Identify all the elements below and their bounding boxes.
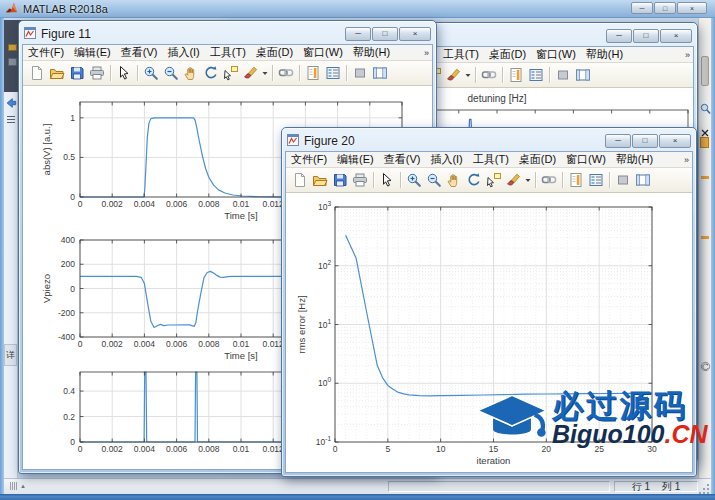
statusbar-grabber[interactable]: ▲ (10, 482, 26, 490)
menu-item-0[interactable]: 文件(F) (23, 45, 69, 60)
new-document-icon[interactable] (290, 170, 310, 190)
minimize-button[interactable]: ─ (345, 27, 371, 41)
rotate-3d-icon[interactable] (201, 63, 221, 83)
warning-tick-icon[interactable] (701, 236, 709, 239)
close-button[interactable]: × (659, 134, 691, 148)
menu-item-4[interactable]: 工具(T) (468, 152, 514, 167)
menu-item-4[interactable]: 工具(T) (205, 45, 251, 60)
insert-legend-icon[interactable] (586, 170, 606, 190)
toolbar-separator (562, 172, 563, 188)
zoom-out-icon[interactable] (424, 170, 444, 190)
print-icon[interactable] (87, 63, 107, 83)
back-arrow-icon[interactable] (5, 95, 17, 113)
minimize-button[interactable]: ─ (605, 134, 631, 148)
brush-icon[interactable] (444, 65, 464, 85)
menu-item-7[interactable]: 帮助(H) (611, 152, 658, 167)
save-icon[interactable] (330, 170, 350, 190)
menu-item-5[interactable]: 桌面(D) (514, 152, 561, 167)
close-button[interactable]: × (677, 2, 707, 14)
main-titlebar[interactable]: MATLAB R2018a ─□× (0, 0, 715, 18)
minimize-button[interactable]: ─ (631, 2, 653, 14)
zoom-in-icon[interactable] (141, 63, 161, 83)
close-button[interactable]: × (399, 27, 431, 41)
maximize-button[interactable]: □ (632, 134, 658, 148)
data-cursor-icon[interactable] (221, 63, 241, 83)
plot-tools-hide-icon[interactable] (350, 63, 370, 83)
menu-item-7[interactable]: 帮助(H) (348, 45, 395, 60)
brush-icon[interactable] (241, 63, 261, 83)
close-button[interactable]: × (660, 29, 692, 43)
menu-item-6[interactable]: 窗口(W) (561, 152, 611, 167)
plot-tools-hide-icon[interactable] (553, 65, 573, 85)
menu-item-5[interactable]: 桌面(D) (251, 45, 298, 60)
data-cursor-icon[interactable] (484, 170, 504, 190)
link-plots-icon[interactable] (479, 65, 499, 85)
svg-text:Time [s]: Time [s] (224, 210, 257, 221)
insert-colorbar-icon[interactable] (303, 63, 323, 83)
print-icon[interactable] (350, 170, 370, 190)
figure-icon (24, 25, 36, 43)
menu-item-7[interactable]: 帮助(H) (581, 47, 628, 62)
new-document-icon[interactable] (27, 63, 47, 83)
plot-tools-show-icon[interactable] (633, 170, 653, 190)
menu-item-2[interactable]: 查看(V) (116, 45, 163, 60)
toolbar-separator (272, 65, 273, 81)
insert-colorbar-icon[interactable] (566, 170, 586, 190)
edit-plot-cursor-icon[interactable] (114, 63, 134, 83)
menu-item-1[interactable]: 编辑(E) (332, 152, 379, 167)
maximize-button[interactable]: □ (633, 29, 659, 43)
rotate-3d-icon[interactable] (464, 170, 484, 190)
menu-overflow-icon[interactable]: » (684, 155, 689, 165)
plot-tools-show-icon[interactable] (370, 63, 390, 83)
plot-tools-hide-icon[interactable] (613, 170, 633, 190)
svg-text:0.008: 0.008 (198, 444, 220, 454)
zoom-out-icon[interactable] (161, 63, 181, 83)
menu-item-0[interactable]: 文件(F) (286, 152, 332, 167)
maximize-button[interactable]: □ (654, 2, 676, 14)
collapsed-panel-tab[interactable]: 详 (4, 344, 17, 366)
brush-caret-icon[interactable] (261, 63, 269, 83)
insert-colorbar-icon[interactable] (506, 65, 526, 85)
svg-text:0.002: 0.002 (102, 339, 124, 349)
svg-text:Time [s]: Time [s] (224, 350, 257, 361)
figure11-window-controls: ─□× (344, 27, 431, 41)
svg-text:0: 0 (70, 437, 75, 447)
insert-legend-icon[interactable] (526, 65, 546, 85)
insert-legend-icon[interactable] (323, 63, 343, 83)
maximize-button[interactable]: □ (372, 27, 398, 41)
pan-icon[interactable] (181, 63, 201, 83)
menu-item-4[interactable]: 工具(T) (438, 47, 484, 62)
watermark-logo: 必过源码 Biguo100.CN (476, 391, 708, 457)
menu-item-3[interactable]: 插入(I) (425, 152, 467, 167)
menu-overflow-icon[interactable]: » (424, 48, 429, 58)
save-icon[interactable] (67, 63, 87, 83)
plot-tools-show-icon[interactable] (573, 65, 593, 85)
scrollbar-thumb[interactable] (701, 56, 709, 86)
pan-icon[interactable] (444, 170, 464, 190)
link-plots-icon[interactable] (539, 170, 559, 190)
menu-overflow-icon[interactable]: » (685, 50, 690, 60)
menu-item-1[interactable]: 编辑(E) (69, 45, 116, 60)
brush-caret-icon[interactable] (464, 65, 472, 85)
warning-marker-icon[interactable] (700, 137, 709, 148)
menu-item-5[interactable]: 桌面(D) (484, 47, 531, 62)
resize-grip[interactable] (698, 481, 710, 499)
figure11-titlebar[interactable]: Figure 11 ─□× (22, 24, 433, 44)
brush-caret-icon[interactable] (524, 170, 532, 190)
list-icon[interactable] (7, 114, 15, 125)
warning-tick-icon[interactable] (701, 176, 709, 179)
refresh-icon[interactable] (700, 358, 711, 376)
zoom-in-icon[interactable] (404, 170, 424, 190)
link-plots-icon[interactable] (276, 63, 296, 83)
magnifier-icon[interactable] (700, 102, 711, 120)
open-folder-icon[interactable] (310, 170, 330, 190)
minimize-button[interactable]: ─ (606, 29, 632, 43)
brush-icon[interactable] (504, 170, 524, 190)
edit-plot-cursor-icon[interactable] (377, 170, 397, 190)
menu-item-3[interactable]: 插入(I) (162, 45, 204, 60)
menu-item-6[interactable]: 窗口(W) (298, 45, 348, 60)
open-folder-icon[interactable] (47, 63, 67, 83)
figure20-titlebar[interactable]: Figure 20 ─□× (285, 131, 693, 151)
menu-item-2[interactable]: 查看(V) (379, 152, 426, 167)
menu-item-6[interactable]: 窗口(W) (531, 47, 581, 62)
